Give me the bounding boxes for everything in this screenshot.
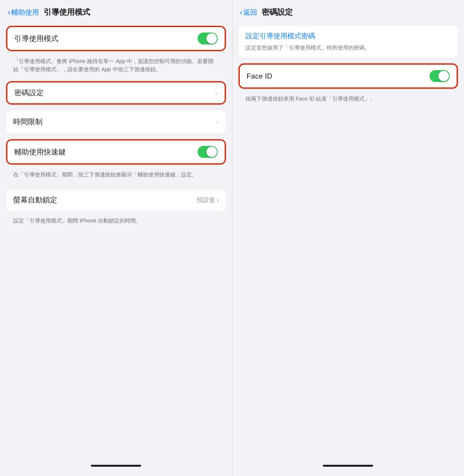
left-back-chevron-icon: ‹ (8, 8, 10, 17)
right-panel-title: 密碼設定 (262, 7, 293, 17)
accessibility-shortcut-label: 輔助使用快速鍵 (14, 147, 66, 157)
left-back-label: 輔助使用 (11, 8, 39, 17)
time-limit-card[interactable]: 時間限制 › (6, 111, 226, 133)
right-panel: ‹ 返回 密碼設定 設定引導使用模式密碼 設定當您啟用了「引導使用模式」時所使用… (232, 0, 464, 476)
time-limit-row[interactable]: 時間限制 › (6, 111, 226, 133)
accessibility-shortcut-toggle[interactable] (198, 146, 218, 158)
right-home-indicator (323, 465, 373, 467)
screen-lock-chevron-icon: › (217, 197, 218, 204)
screen-lock-value-text: 預設值 (196, 196, 215, 204)
guided-access-description: 「引導使用模式」會將 iPhone 維持在單一 App 中，並讓您控制可用的功能… (6, 57, 226, 78)
screen-lock-value: 預設值 › (196, 196, 218, 204)
accessibility-shortcut-card: 輔助使用快速鍵 (6, 139, 226, 164)
face-id-toggle[interactable] (430, 70, 450, 82)
passcode-card[interactable]: 密碼設定 › (6, 81, 226, 104)
accessibility-shortcut-row[interactable]: 輔助使用快速鍵 (7, 140, 225, 163)
accessibility-shortcut-description: 在「引導使用模式」期間，按三下側邊按鈕會顯示「輔助使用快速鍵」設定。 (6, 171, 226, 183)
time-limit-chevron-icon: › (217, 118, 219, 126)
set-passcode-description: 設定當您啟用了「引導使用模式」時所使用的密碼。 (239, 44, 458, 57)
left-header: ‹ 輔助使用 引導使用模式 (0, 0, 232, 21)
guided-access-toggle[interactable] (198, 33, 218, 45)
screen-lock-row[interactable]: 螢幕自動鎖定 預設值 › (6, 190, 226, 211)
passcode-chevron-icon: › (215, 89, 218, 97)
right-back-label: 返回 (243, 8, 257, 17)
time-limit-label: 時間限制 (13, 117, 43, 127)
face-id-toggle-thumb (438, 71, 449, 81)
passcode-row[interactable]: 密碼設定 › (7, 82, 225, 103)
set-passcode-link[interactable]: 設定引導使用模式密碼 (239, 26, 458, 44)
face-id-row[interactable]: Face ID (240, 65, 457, 87)
left-panel-title: 引導使用模式 (44, 7, 90, 17)
accessibility-shortcut-toggle-thumb (206, 147, 217, 157)
right-back-chevron-icon: ‹ (240, 8, 243, 17)
right-bottom-bar (232, 462, 464, 476)
left-bottom-bar (0, 462, 232, 476)
passcode-label: 密碼設定 (14, 88, 44, 98)
left-panel: ‹ 輔助使用 引導使用模式 引導使用模式 「引導使用模式」會將 iPhone 維… (0, 0, 232, 476)
right-back-button[interactable]: ‹ 返回 (240, 8, 258, 17)
face-id-label: Face ID (247, 72, 273, 80)
left-home-indicator (91, 465, 141, 467)
guided-access-row[interactable]: 引導使用模式 (7, 27, 225, 50)
screen-lock-description: 設定「引導使用模式」期間 iPhone 自動鎖定的時間。 (6, 217, 226, 229)
face-id-description: 按兩下側邊按鈕來用 Face ID 結束「引導使用模式」。 (239, 95, 458, 108)
guided-access-label: 引導使用模式 (14, 34, 58, 44)
screen-lock-card[interactable]: 螢幕自動鎖定 預設值 › (6, 190, 226, 211)
left-panel-content: 引導使用模式 「引導使用模式」會將 iPhone 維持在單一 App 中，並讓您… (0, 21, 232, 462)
screen-lock-label: 螢幕自動鎖定 (13, 195, 57, 205)
left-back-button[interactable]: ‹ 輔助使用 (8, 8, 39, 17)
right-panel-content: 設定引導使用模式密碼 設定當您啟用了「引導使用模式」時所使用的密碼。 Face … (232, 21, 464, 462)
set-passcode-card[interactable]: 設定引導使用模式密碼 設定當您啟用了「引導使用模式」時所使用的密碼。 (239, 26, 458, 57)
guided-access-card: 引導使用模式 (6, 26, 226, 51)
right-header: ‹ 返回 密碼設定 (232, 0, 464, 21)
face-id-card: Face ID (239, 63, 458, 89)
guided-access-toggle-thumb (206, 33, 217, 44)
